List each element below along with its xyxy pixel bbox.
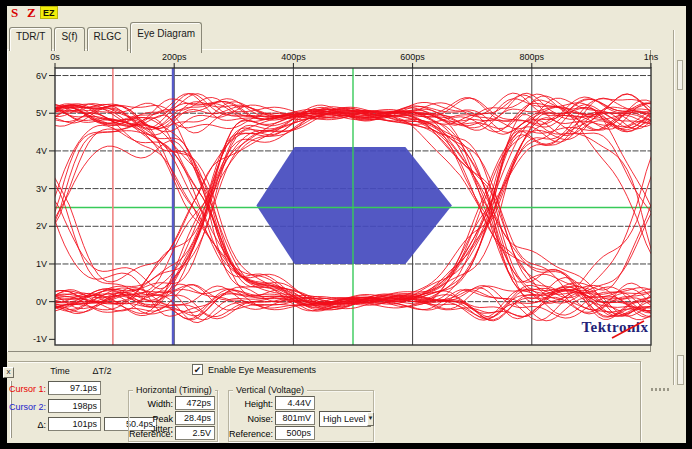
tab-sf[interactable]: S(f) [54, 27, 84, 51]
svg-text:Tektronix: Tektronix [581, 319, 648, 335]
svg-text:0V: 0V [36, 297, 47, 307]
dt2-column-header: ΔT/2 [82, 366, 122, 376]
scrollbar-remnant-bottom [677, 355, 684, 385]
horizontal-timing-title: Horizontal (Timing) [133, 385, 215, 395]
tab-tdrt[interactable]: TDR/T [9, 27, 52, 51]
cursor2-label: Cursor 2: [0, 402, 46, 412]
z-icon[interactable]: Z [27, 5, 36, 21]
level-select-dropdown[interactable]: High Level ▼ [319, 411, 371, 427]
width-label: Width: [129, 399, 173, 409]
voltage-reference-label: Reference: [229, 429, 273, 439]
svg-text:400ps: 400ps [281, 52, 306, 62]
delta-label: Δ: [0, 420, 46, 430]
width-field: 472ps [175, 396, 215, 410]
time-column-header: Time [38, 366, 82, 376]
horizontal-timing-group: Horizontal (Timing) Width: 472ps Peak Ji… [128, 390, 218, 442]
vertical-voltage-group: Vertical (Voltage) Height: 4.44V Noise: … [228, 390, 374, 442]
chevron-down-icon[interactable]: ▼ [367, 412, 375, 426]
cursor2-field[interactable]: 198ps [48, 399, 101, 413]
scrollbar-remnant-top [677, 60, 683, 90]
panel-top-groove [8, 361, 641, 363]
right-groove [673, 30, 675, 385]
vertical-voltage-title: Vertical (Voltage) [233, 385, 307, 395]
svg-text:600ps: 600ps [400, 52, 425, 62]
height-label: Height: [229, 399, 273, 409]
svg-text:2V: 2V [36, 221, 47, 231]
peak-jitter-field: 28.4ps [175, 411, 215, 425]
delta-time-field[interactable]: 101ps [48, 417, 101, 431]
tab-rlgc[interactable]: RLGC [87, 27, 129, 51]
s-icon[interactable]: S [11, 5, 18, 21]
dotted-decoration [651, 388, 669, 391]
noise-field: 801mV [275, 411, 315, 425]
enable-eye-measurements-checkbox[interactable]: ✔ [192, 364, 203, 375]
svg-text:1ns: 1ns [644, 52, 659, 62]
height-field: 4.44V [275, 396, 315, 410]
voltage-reference-field[interactable]: 500ps [275, 426, 315, 440]
svg-text:800ps: 800ps [520, 52, 545, 62]
svg-text:5V: 5V [36, 108, 47, 118]
ez-icon[interactable]: EZ [40, 6, 58, 19]
svg-text:1V: 1V [36, 259, 47, 269]
cursor1-label: Cursor 1: [0, 384, 46, 394]
tab-bar: TDR/T S(f) RLGC Eye Diagram [9, 27, 204, 51]
panel-right-groove [640, 362, 642, 442]
level-select-value: High Level [320, 414, 366, 424]
close-panel-button[interactable]: x [3, 367, 14, 378]
timing-reference-field[interactable]: 2.5V [175, 426, 215, 440]
eye-diagram-plot[interactable]: Tektronix0s200ps400ps600ps800ps1ns6V5V4V… [26, 52, 660, 354]
application-window: S Z EZ TDR/T S(f) RLGC Eye Diagram Tektr… [0, 0, 692, 449]
noise-label: Noise: [229, 414, 273, 424]
cursor1-field[interactable]: 97.1ps [48, 381, 101, 395]
enable-eye-measurements-label: Enable Eye Measurements [208, 365, 316, 375]
tab-eye-diagram[interactable]: Eye Diagram [130, 22, 202, 53]
svg-text:200ps: 200ps [162, 52, 187, 62]
timing-reference-label: Reference: [129, 429, 173, 439]
svg-text:-1V: -1V [33, 334, 47, 344]
svg-text:6V: 6V [36, 71, 47, 81]
svg-text:3V: 3V [36, 184, 47, 194]
svg-text:0s: 0s [50, 52, 60, 62]
svg-text:4V: 4V [36, 146, 47, 156]
